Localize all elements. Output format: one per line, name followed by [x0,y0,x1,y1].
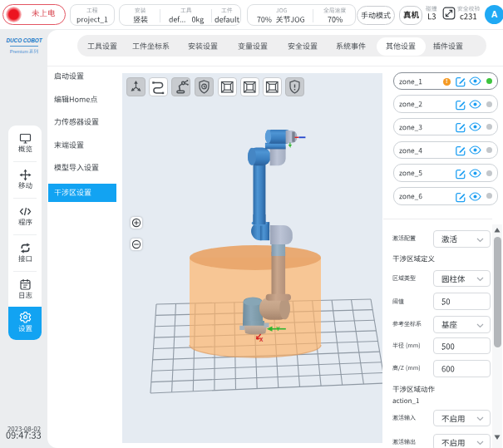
svg-text:Y: Y [276,326,280,332]
svg-text:X: X [259,337,264,342]
